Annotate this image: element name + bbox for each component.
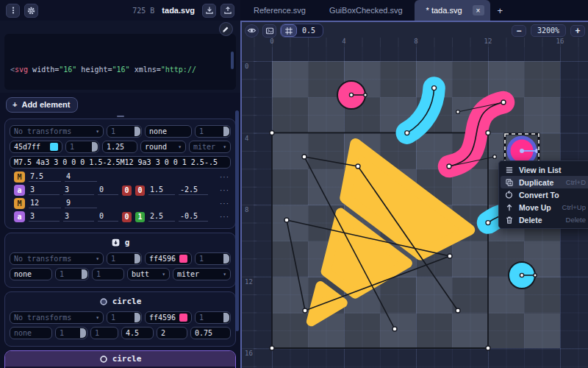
menu-item-view-in-list[interactable]: View in List bbox=[501, 163, 588, 176]
zoom-out-button[interactable]: − bbox=[512, 25, 526, 37]
canvas-pane[interactable]: 0.5 − 3200% + 0481216 0481216 bbox=[240, 21, 588, 368]
cx-input[interactable]: 4.5 bbox=[121, 327, 154, 339]
tab-guiboxchecked-svg[interactable]: GuiBoxChecked.svg bbox=[318, 0, 415, 21]
command-badge-a[interactable]: a bbox=[14, 211, 25, 222]
code-scrollbar[interactable] bbox=[231, 52, 234, 69]
cmd-rot-input[interactable]: 0 bbox=[98, 212, 118, 222]
menu-item-move-up[interactable]: Move Up Ctrl+Up bbox=[501, 201, 588, 213]
sweep-flag[interactable]: 0 bbox=[135, 185, 145, 196]
image-overlay-button[interactable] bbox=[262, 24, 276, 38]
path-command-row[interactable]: M 7.5 4 ··· bbox=[14, 171, 229, 183]
cmd-ry-input[interactable]: 3 bbox=[63, 185, 94, 195]
path-command-row[interactable]: a 3 3 0 0 0 1.5 -2.5 ··· bbox=[14, 185, 229, 196]
menu-item-duplicate[interactable]: Duplicate Ctrl+D bbox=[501, 176, 588, 188]
transform-select[interactable]: No transforms▾ bbox=[10, 252, 104, 265]
fill-opacity-input[interactable]: 1 bbox=[195, 125, 231, 138]
fill-input[interactable]: none bbox=[10, 268, 52, 280]
visibility-button[interactable] bbox=[245, 24, 259, 38]
edit-code-button[interactable] bbox=[219, 22, 233, 36]
menu-item-convert-to[interactable]: Convert To bbox=[501, 188, 588, 201]
linejoin-select[interactable]: miter▾ bbox=[189, 141, 231, 153]
overflow-menu-button[interactable] bbox=[6, 4, 20, 18]
download-button[interactable] bbox=[202, 4, 216, 18]
cmd-dy-input[interactable]: -0.5 bbox=[179, 212, 208, 222]
row-more-button[interactable]: ··· bbox=[220, 186, 229, 194]
close-tab-button[interactable]: × bbox=[473, 5, 484, 15]
stroke-opacity-input[interactable]: 1 bbox=[195, 311, 231, 324]
transform-select[interactable]: No transforms▾ bbox=[10, 125, 104, 138]
stroke-width-input[interactable]: 1.25 bbox=[102, 141, 137, 153]
cmd-rx-input[interactable]: 3 bbox=[29, 212, 60, 222]
circle-panel-header[interactable]: circle bbox=[8, 295, 232, 308]
fill-opacity-input[interactable]: 1 bbox=[55, 327, 87, 339]
stroke-color-input[interactable]: 45d7ff bbox=[10, 141, 62, 153]
panel-scrollbar[interactable] bbox=[235, 110, 239, 331]
settings-button[interactable] bbox=[24, 4, 38, 18]
command-badge-M[interactable]: M bbox=[14, 171, 25, 183]
code-text[interactable]: <svg width="16" height="16" xmlns="http:… bbox=[4, 34, 236, 90]
path-command-row[interactable]: a 3 3 0 0 1 2.5 -0.5 ··· bbox=[14, 211, 229, 222]
code-editor[interactable]: <svg width="16" height="16" xmlns="http:… bbox=[0, 21, 240, 93]
add-element-button[interactable]: +Add element bbox=[6, 97, 78, 113]
fill-input[interactable]: none bbox=[145, 125, 192, 138]
fill-opacity-input[interactable]: 1 bbox=[55, 268, 89, 280]
stroke-color-input[interactable]: ff4596 bbox=[145, 252, 192, 265]
cyan-stroke-path[interactable] bbox=[407, 88, 434, 133]
grid-size-input[interactable]: 0.5 bbox=[297, 26, 323, 35]
circle-element-panel[interactable]: circle No transforms▾ 1 ff4596 1 none 1 … bbox=[4, 291, 236, 347]
command-badge-a[interactable]: a bbox=[14, 185, 25, 196]
snap-grid-button[interactable] bbox=[281, 24, 297, 37]
opacity-input[interactable]: 1 bbox=[107, 311, 142, 324]
sweep-flag[interactable]: 1 bbox=[135, 212, 145, 222]
opacity-input[interactable]: 1 bbox=[107, 125, 142, 138]
linecap-select[interactable]: round▾ bbox=[140, 141, 186, 153]
linejoin-select[interactable]: miter▾ bbox=[173, 268, 231, 280]
collapse-handle[interactable] bbox=[117, 116, 124, 117]
stroke-width-input[interactable]: 1 bbox=[90, 327, 118, 339]
row-more-button[interactable]: ··· bbox=[220, 173, 229, 181]
cone-shape[interactable] bbox=[254, 144, 470, 365]
stroke-opacity-input[interactable]: 1 bbox=[195, 252, 231, 265]
group-panel-header[interactable]: g bbox=[8, 236, 232, 250]
cmd-x-input[interactable]: 12 bbox=[29, 199, 61, 208]
stroke-color-swatch[interactable] bbox=[179, 255, 187, 263]
fill-input[interactable]: none bbox=[10, 327, 52, 339]
zoom-level[interactable]: 3200% bbox=[531, 24, 566, 37]
large-arc-flag[interactable]: 0 bbox=[122, 185, 132, 196]
row-more-button[interactable]: ··· bbox=[220, 213, 229, 221]
cmd-dx-input[interactable]: 2.5 bbox=[148, 212, 175, 222]
row-more-button[interactable]: ··· bbox=[220, 199, 229, 208]
fill-none-swatch[interactable] bbox=[40, 270, 48, 278]
upload-button[interactable] bbox=[220, 4, 234, 18]
linecap-select[interactable]: butt▾ bbox=[127, 268, 170, 280]
zoom-in-button[interactable]: + bbox=[570, 25, 585, 37]
menu-item-delete[interactable]: Delete Delete bbox=[501, 213, 588, 226]
stroke-width-input[interactable]: 1 bbox=[92, 268, 124, 280]
circle-panel-header[interactable]: circle bbox=[5, 351, 235, 367]
stroke-opacity-input[interactable]: 1 bbox=[65, 141, 99, 153]
stroke-color-swatch[interactable] bbox=[50, 143, 58, 151]
large-arc-flag[interactable]: 0 bbox=[122, 212, 132, 222]
tab-reference-svg[interactable]: Reference.svg bbox=[242, 0, 318, 21]
tab-tada-svg-active[interactable]: * tada.svg × bbox=[415, 0, 490, 21]
r-input[interactable]: 0.75 bbox=[190, 327, 231, 339]
opacity-input[interactable]: 1 bbox=[107, 252, 142, 265]
path-command-row[interactable]: M 12 9 ··· bbox=[14, 198, 229, 209]
fill-none-swatch[interactable] bbox=[40, 329, 48, 337]
path-element-panel[interactable]: No transforms▾ 1 none 1 45d7ff 1 1.25 ro… bbox=[4, 118, 236, 229]
circle-element-panel-selected[interactable]: circle No transforms▾ 1 ff4596 1 none 1 … bbox=[4, 350, 236, 368]
group-element-panel[interactable]: g No transforms▾ 1 ff4596 1 none 1 1 but… bbox=[4, 233, 236, 288]
path-d-input[interactable]: M7.5 4a3 3 0 0 0 1.5-2.5M12 9a3 3 0 0 1 … bbox=[10, 156, 231, 169]
stroke-color-input[interactable]: ff4596 bbox=[145, 311, 192, 324]
fill-none-swatch[interactable] bbox=[179, 127, 187, 135]
cmd-y-input[interactable]: 9 bbox=[65, 199, 97, 208]
cmd-dx-input[interactable]: 1.5 bbox=[148, 185, 175, 195]
transform-select[interactable]: No transforms▾ bbox=[10, 311, 104, 324]
cmd-rx-input[interactable]: 3 bbox=[29, 185, 60, 195]
cmd-ry-input[interactable]: 3 bbox=[63, 212, 94, 222]
cmd-y-input[interactable]: 4 bbox=[65, 172, 97, 182]
cmd-rot-input[interactable]: 0 bbox=[98, 185, 118, 195]
new-tab-button[interactable]: + bbox=[490, 0, 511, 21]
cmd-x-input[interactable]: 7.5 bbox=[29, 172, 61, 182]
command-badge-M[interactable]: M bbox=[14, 198, 25, 209]
